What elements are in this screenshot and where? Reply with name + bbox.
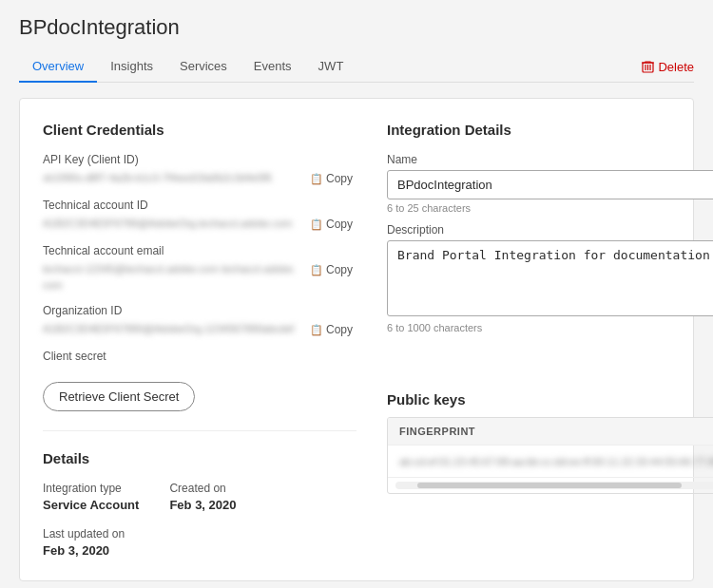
last-updated-label: Last updated on bbox=[43, 527, 356, 541]
client-credentials-title: Client Credentials bbox=[43, 122, 356, 138]
update-btn-row: Update bbox=[387, 343, 713, 372]
public-keys-section: Public keys FINGERPRINT EXPIRY DATE ab:c… bbox=[387, 391, 713, 533]
fingerprint-col-header: FINGERPRINT bbox=[399, 426, 713, 437]
copy-tech-account-id-button[interactable]: 📋 Copy bbox=[306, 216, 356, 233]
created-on-item: Created on Feb 3, 2020 bbox=[169, 482, 236, 512]
copy-tech-email-button[interactable]: 📋 Copy bbox=[306, 261, 356, 278]
api-key-label: API Key (Client ID) bbox=[43, 153, 356, 166]
public-keys-title: Public keys bbox=[387, 391, 713, 408]
name-input[interactable] bbox=[387, 170, 713, 199]
page-title: BPdocIntegration bbox=[19, 15, 694, 40]
tech-email-label: Technical account email bbox=[43, 244, 356, 257]
divider bbox=[43, 430, 356, 431]
copy-org-id-button[interactable]: 📋 Copy bbox=[306, 321, 356, 338]
nav-bar: Overview Insights Services Events JWT De… bbox=[19, 51, 694, 83]
description-hint: 6 to 1000 characters bbox=[387, 322, 713, 333]
tab-overview[interactable]: Overview bbox=[19, 51, 97, 83]
left-panel: Client Credentials API Key (Client ID) x… bbox=[43, 122, 356, 558]
delete-button[interactable]: Delete bbox=[642, 52, 694, 82]
org-id-label: Organization ID bbox=[43, 304, 356, 317]
copy-icon-2: 📋 bbox=[310, 218, 323, 231]
tab-jwt[interactable]: JWT bbox=[305, 51, 357, 83]
trash-icon bbox=[642, 60, 654, 73]
created-on-value: Feb 3, 2020 bbox=[169, 498, 236, 512]
pk-fingerprint-value: ab:cd:ef:01:23:45:67:89:aa:bb:cc:dd:ee:f… bbox=[399, 456, 713, 467]
tab-events[interactable]: Events bbox=[241, 51, 305, 83]
tech-email-value: techacct-12345@techacct.adobe.com techac… bbox=[43, 261, 299, 293]
nav-tabs: Overview Insights Services Events JWT bbox=[19, 51, 356, 82]
description-label: Description bbox=[387, 223, 713, 237]
copy-icon-4: 📋 bbox=[310, 324, 323, 336]
tech-account-id-label: Technical account ID bbox=[43, 199, 356, 212]
org-id-value: A1B2C3D4E5F67890@AdobeOrg.1234567890abcd… bbox=[43, 321, 299, 337]
client-secret-label: Client secret bbox=[43, 350, 356, 363]
api-key-row: xk1990s-d8f7-4a2b-b1c3-7f4eed19a0b2c3d4e… bbox=[43, 170, 356, 187]
tech-account-id-value: A1B2C3D4E5F6789@AdobeOrg.techacct.adobe.… bbox=[43, 216, 299, 232]
integration-type-label: Integration type bbox=[43, 482, 139, 495]
tab-services[interactable]: Services bbox=[166, 51, 241, 83]
details-title: Details bbox=[43, 450, 356, 466]
org-id-row: A1B2C3D4E5F67890@AdobeOrg.1234567890abcd… bbox=[43, 321, 356, 338]
retrieve-client-secret-button[interactable]: Retrieve Client Secret bbox=[43, 382, 195, 411]
tab-insights[interactable]: Insights bbox=[97, 51, 166, 83]
created-on-label: Created on bbox=[169, 482, 236, 495]
description-textarea[interactable]: Brand Portal Integration for documentati… bbox=[387, 240, 713, 316]
add-public-key-row: Add a public key bbox=[387, 503, 713, 533]
right-panel: Integration Details Name 6 to 25 charact… bbox=[387, 122, 713, 558]
last-updated-item: Last updated on Feb 3, 2020 bbox=[43, 527, 356, 558]
pk-table-header: FINGERPRINT EXPIRY DATE bbox=[388, 418, 713, 445]
pk-scrollbar-row bbox=[388, 477, 713, 493]
tech-email-row: techacct-12345@techacct.adobe.com techac… bbox=[43, 261, 356, 293]
main-card: Client Credentials API Key (Client ID) x… bbox=[19, 98, 694, 581]
pk-row: ab:cd:ef:01:23:45:67:89:aa:bb:cc:dd:ee:f… bbox=[388, 445, 713, 477]
tech-account-id-row: A1B2C3D4E5F6789@AdobeOrg.techacct.adobe.… bbox=[43, 216, 356, 233]
copy-icon-3: 📋 bbox=[310, 264, 323, 276]
pk-scrollbar-track bbox=[417, 483, 682, 488]
integration-type-item: Integration type Service Account bbox=[43, 482, 139, 512]
public-keys-table: FINGERPRINT EXPIRY DATE ab:cd:ef:01:23:4… bbox=[387, 417, 713, 494]
name-hint: 6 to 25 characters bbox=[387, 202, 713, 214]
pk-scrollbar bbox=[395, 482, 713, 489]
api-key-value: xk1990s-d8f7-4a2b-b1c3-7f4eed19a0b2c3d4e… bbox=[43, 170, 299, 186]
page-wrapper: BPdocIntegration Overview Insights Servi… bbox=[0, 0, 713, 588]
copy-icon: 📋 bbox=[310, 173, 323, 185]
details-grid: Integration type Service Account Created… bbox=[43, 482, 356, 512]
name-label: Name bbox=[387, 153, 713, 166]
copy-api-key-button[interactable]: 📋 Copy bbox=[306, 170, 356, 187]
integration-type-value: Service Account bbox=[43, 498, 139, 512]
last-updated-value: Feb 3, 2020 bbox=[43, 543, 356, 558]
integration-details-title: Integration Details bbox=[387, 122, 713, 138]
